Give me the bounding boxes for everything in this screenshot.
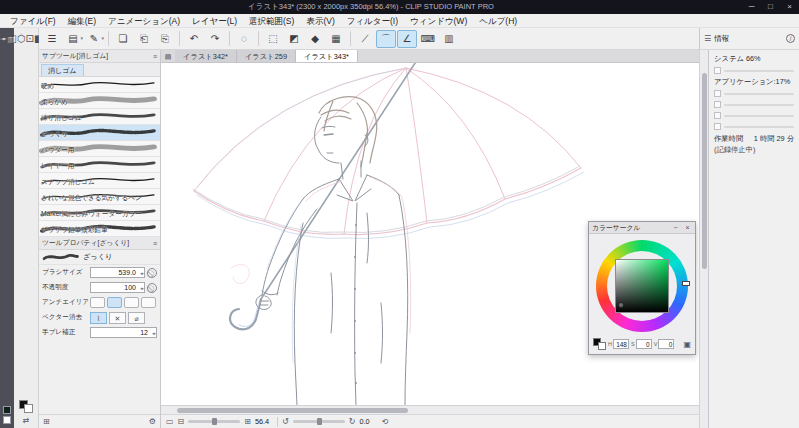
menu-item[interactable]: 編集(E) <box>62 14 102 28</box>
ruler-snap-icon[interactable]: ⟋ <box>355 30 375 48</box>
panel-menu-icon[interactable]: ≡ <box>153 240 157 247</box>
vector-erase-touch-button[interactable]: ⌇ <box>90 312 107 324</box>
grid-icon[interactable]: ▦ <box>326 30 346 48</box>
wrench-icon[interactable]: ⚙ <box>149 417 156 426</box>
stabilization-input[interactable]: 12 <box>90 327 157 338</box>
rotation-slider[interactable] <box>293 420 345 423</box>
opacity-dynamics-button[interactable]: ⃠ <box>147 283 157 293</box>
command-icon[interactable] <box>350 31 351 46</box>
panel-minimize-icon[interactable]: − <box>671 224 680 231</box>
zoom-slider[interactable] <box>188 420 240 423</box>
redo-icon[interactable]: ↷ <box>205 30 225 48</box>
rotate-left-icon[interactable]: ↺ <box>282 417 289 426</box>
material-icon[interactable]: ◫ <box>7 33 16 44</box>
color-circle-title-bar[interactable]: カラーサークル − × <box>589 222 695 234</box>
subtool-brush-item[interactable]: Marker風にじみウォーターカラー <box>39 205 160 221</box>
document-tab[interactable]: イラスト343* <box>296 50 358 62</box>
antialias-strong-button[interactable] <box>141 297 156 308</box>
command-icon[interactable] <box>179 31 180 46</box>
snap-curve-icon[interactable]: ⌒ <box>376 30 396 48</box>
panel-menu-icon[interactable]: ☰ <box>704 34 711 43</box>
pen-preset-icon[interactable]: ✎ <box>84 30 104 48</box>
document-tab[interactable]: イラスト259 <box>237 50 296 62</box>
subtool-brush-item[interactable]: レイヤー用 <box>39 157 160 173</box>
hsv-value: S0 <box>631 339 652 349</box>
menu-item[interactable]: ヘルプ(H) <box>473 14 523 28</box>
hsv-value-input[interactable]: 0 <box>658 339 674 349</box>
canvas[interactable]: カラーサークル − × <box>161 63 699 405</box>
add-setting-icon[interactable]: ⊞ <box>43 417 50 426</box>
antialias-none-button[interactable] <box>90 297 105 308</box>
new-file-icon[interactable]: ❏ <box>113 30 133 48</box>
tab-list-icon[interactable]: ▤ <box>161 50 175 62</box>
workspace-icon[interactable]: ▤ <box>63 30 83 48</box>
background-color-swatch[interactable] <box>3 416 11 424</box>
select-area-icon[interactable]: ⬚ <box>263 30 283 48</box>
antialias-weak-button[interactable] <box>107 297 122 308</box>
vertical-scroll-thumb[interactable] <box>702 73 707 270</box>
subtool-brush-item[interactable]: ザラザラ鉛筆淡彩鉛筆 <box>39 221 160 237</box>
open-file-icon[interactable]: ⎗ <box>134 30 154 48</box>
menu-item[interactable]: ウィンドウ(W) <box>404 14 473 28</box>
brush-size-input[interactable]: 539.0 <box>90 267 145 278</box>
navigator-icon[interactable]: ⊡ <box>26 33 34 44</box>
subtool-brush-item[interactable]: 柔らかめ <box>39 93 160 109</box>
fit-to-screen-icon[interactable]: ▭ <box>166 417 174 426</box>
color-wheel[interactable] <box>594 238 690 334</box>
panel-close-icon[interactable]: × <box>683 224 692 231</box>
subtool-brush-item[interactable]: パウダー用 <box>39 141 160 157</box>
save-file-icon[interactable]: ⎘ <box>155 30 175 48</box>
menu-item[interactable]: レイヤー(L) <box>186 14 243 28</box>
shortcut-keyboard-icon[interactable]: ⌨ <box>418 30 438 48</box>
horizontal-scroll-thumb[interactable] <box>177 408 408 413</box>
command-icon[interactable] <box>108 31 109 46</box>
snap-angle-icon[interactable]: ∠ <box>397 30 417 48</box>
foreground-color-swatch[interactable] <box>3 406 11 414</box>
vector-erase-whole-button[interactable]: ⌀ <box>128 312 145 324</box>
color-mode-icon[interactable]: ▣ <box>683 340 691 349</box>
zoom-out-icon[interactable]: ⊟ <box>178 417 185 426</box>
window-control-button[interactable]: ─ <box>742 0 761 14</box>
zoom-in-icon[interactable]: ⊞ <box>244 417 251 426</box>
brush-size-dynamics-button[interactable]: ⃠ <box>147 268 157 278</box>
menu-item[interactable]: 選択範囲(S) <box>243 14 300 28</box>
sv-marker[interactable] <box>618 302 624 308</box>
undo-icon[interactable]: ↶ <box>184 30 204 48</box>
menu-item[interactable]: フィルター(I) <box>341 14 404 28</box>
rotate-right-icon[interactable]: ↻ <box>349 417 356 426</box>
deselect-icon[interactable]: ◌ <box>234 30 254 48</box>
subtool-brush-item[interactable]: スナップ消しゴム <box>39 173 160 189</box>
main-menu-icon[interactable]: ☰ <box>42 30 62 48</box>
menu-item[interactable]: 表示(V) <box>300 14 340 28</box>
document-tab[interactable]: イラスト342* <box>175 50 237 62</box>
hsv-value-input[interactable]: 148 <box>613 339 629 349</box>
menu-item[interactable]: アニメーション(A) <box>102 14 186 28</box>
info-icon[interactable]: i <box>786 34 795 43</box>
subtool-brush-item[interactable]: 練り消しゴム <box>39 109 160 125</box>
fg-bg-color-pair[interactable] <box>593 338 606 350</box>
hsv-value-input[interactable]: 0 <box>636 339 652 349</box>
antialias-medium-button[interactable] <box>124 297 139 308</box>
menu-item[interactable]: ファイル(F) <box>4 14 62 28</box>
panel-menu-icon[interactable]: ≡ <box>153 53 157 60</box>
command-icon[interactable] <box>258 31 259 46</box>
vertical-scrollbar[interactable] <box>699 50 708 428</box>
hue-marker[interactable] <box>682 281 690 286</box>
subtool-group-tab[interactable]: 消しゴム <box>41 64 84 76</box>
window-control-button[interactable]: × <box>780 0 799 14</box>
fg-bg-color-pair[interactable] <box>19 400 33 413</box>
fill-icon[interactable]: ◆ <box>305 30 325 48</box>
swap-colors-icon[interactable]: ⇄ <box>23 416 30 425</box>
command-icon[interactable] <box>229 31 230 46</box>
reset-view-icon[interactable]: ⟲ <box>381 417 388 426</box>
3d-object-icon[interactable]: ⬡ <box>17 33 26 44</box>
window-control-button[interactable]: □ <box>761 0 780 14</box>
subtool-brush-item[interactable]: ざっくり <box>39 125 160 141</box>
vector-erase-intersection-button[interactable]: ✕ <box>109 312 126 324</box>
horizontal-scrollbar[interactable] <box>161 405 699 414</box>
eraser-command-icon[interactable]: ◩ <box>284 30 304 48</box>
material-panel-icon[interactable]: ▥ <box>439 30 459 48</box>
opacity-input[interactable]: 100 <box>90 282 145 293</box>
subtool-brush-item[interactable]: 硬め <box>39 77 160 93</box>
subtool-brush-item[interactable]: きれいな混色できる気がするペン <box>39 189 160 205</box>
